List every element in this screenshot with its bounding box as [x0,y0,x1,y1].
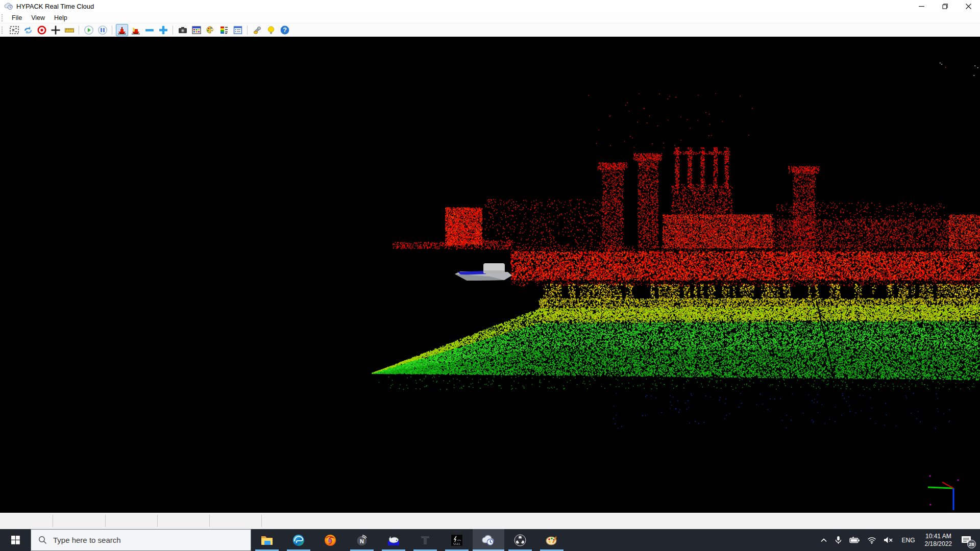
palette-icon [205,25,215,35]
tray-hidden-icons-chevron[interactable] [817,529,831,551]
taskbar-app-file-explorer[interactable] [251,529,283,551]
play-icon [84,25,94,35]
taskbar: Type here to search [0,529,980,551]
play-button[interactable] [83,24,95,36]
color-scale-button[interactable] [218,24,230,36]
target-record-button[interactable] [36,24,48,36]
tray-language[interactable]: ENG [897,537,920,544]
minimize-button[interactable] [910,0,933,12]
microphone-icon [835,536,842,544]
zoom-extents-icon [9,25,19,35]
matrix-button[interactable] [190,24,203,36]
taskbar-app-faded-t[interactable] [409,529,441,551]
maximize-button[interactable] [933,0,957,12]
taskbar-app-firefox[interactable] [314,529,346,551]
boat-follow-button[interactable] [116,24,128,36]
ruler-icon [64,25,75,35]
taskbar-app-nmea-network[interactable]: N [346,529,378,551]
taskbar-app-hypack-rtc[interactable] [473,529,504,551]
tray-time: 10:41 AM [925,533,952,540]
menu-bar: File View Help [0,12,980,23]
taskbar-app-paint[interactable] [536,529,568,551]
tip-button[interactable] [265,24,277,36]
crosshair-button[interactable] [50,24,62,36]
title-bar: HYPACK Real Time Cloud [0,0,980,12]
lightbulb-icon [266,25,276,35]
point-cloud-viewport[interactable] [0,37,980,513]
taskbar-search[interactable]: Type here to search [31,529,251,551]
restore-icon [942,4,948,9]
tray-clock[interactable]: 10:41 AM 2/18/2022 [920,533,957,548]
help-button[interactable]: ? [279,24,291,36]
start-button[interactable] [0,529,31,551]
tray-microphone[interactable] [831,529,846,551]
pause-icon [97,25,108,35]
panel-window-icon [233,25,243,35]
menubar-grip[interactable] [2,14,4,21]
zoom-extents-button[interactable] [8,24,20,36]
tray-date: 2/18/2022 [925,540,952,548]
tools-button[interactable] [251,24,263,36]
toolbar-grip[interactable] [2,27,4,34]
color-scale-legend-icon [219,25,229,35]
svg-text:N: N [360,538,364,544]
axis-x-line [928,487,953,488]
faded-t-icon [419,534,432,547]
pause-button[interactable] [96,24,109,36]
palette-button[interactable] [204,24,216,36]
boat-red-icon [117,25,127,35]
app-cloud-clock-icon [4,2,13,10]
menu-file[interactable]: File [7,13,27,23]
refresh-icon [23,25,33,35]
svg-text:?: ? [283,27,287,34]
close-button[interactable] [957,0,980,12]
wifi-icon [867,537,876,544]
boat-yellow-icon [131,25,141,35]
zoom-in-button[interactable] [157,24,169,36]
taskbar-app-edge[interactable] [283,529,314,551]
close-icon [966,4,971,9]
boat-event-button[interactable] [130,24,142,36]
toolbar: ? [0,23,980,37]
tray-volume-muted[interactable] [880,529,897,551]
tray-action-center[interactable]: 28 [957,529,978,551]
search-icon [38,536,47,544]
toolbar-separator [112,26,112,35]
hypack-rtc-cloud-clock-icon [481,534,496,547]
edge-browser-icon [292,534,305,547]
survey-boat-model [455,263,512,281]
search-placeholder: Type here to search [53,536,121,544]
viewport-overlay [0,37,980,513]
obs-studio-icon [513,534,527,547]
tray-wifi[interactable] [864,529,880,551]
axis-indicator [928,475,959,510]
toolbar-separator [247,26,248,35]
taskbar-app-obs-studio[interactable] [504,529,536,551]
chevron-up-icon [820,537,827,543]
taskbar-app-survey-chart[interactable] [441,529,473,551]
taskbar-apps: N [251,529,568,551]
statusbar-separator [261,515,262,527]
survey-chart-icon [450,534,463,547]
zoom-out-button[interactable] [143,24,156,36]
target-icon [37,25,47,35]
statusbar-separator [53,515,53,527]
panel-settings-button[interactable] [232,24,244,36]
snapshot-button[interactable] [177,24,189,36]
menu-help[interactable]: Help [50,13,72,23]
app-window: HYPACK Real Time Cloud File View Help [0,0,980,551]
taskbar-app-hypack-whale[interactable] [378,529,409,551]
refresh-button[interactable] [22,24,34,36]
help-icon: ? [280,25,290,35]
menu-view[interactable]: View [27,13,50,23]
statusbar-separator [157,515,158,527]
ruler-button[interactable] [63,24,76,36]
hypack-whale-icon [387,534,400,547]
system-tray: ENG 10:41 AM 2/18/2022 28 [817,529,980,551]
volume-muted-icon [884,536,893,544]
minimize-icon [919,4,924,9]
ms-paint-icon [545,534,558,547]
tray-battery[interactable] [846,529,864,551]
tools-keys-icon [252,25,262,35]
toolbar-separator [173,26,173,35]
